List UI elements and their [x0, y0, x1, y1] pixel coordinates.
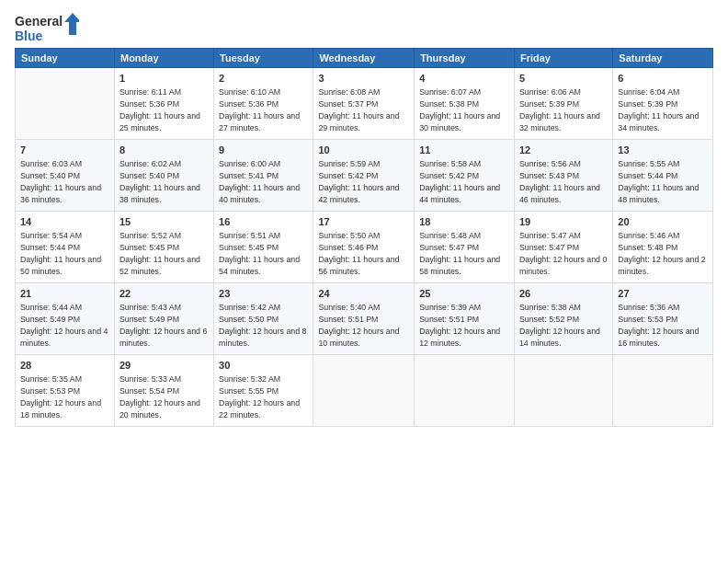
day-number: 4	[419, 72, 509, 86]
day-number: 13	[618, 144, 708, 157]
day-number: 2	[219, 72, 308, 86]
calendar-cell: 22Sunrise: 5:43 AMSunset: 5:49 PMDayligh…	[114, 283, 213, 355]
calendar-cell: 14Sunrise: 5:54 AMSunset: 5:44 PMDayligh…	[16, 212, 115, 283]
calendar-cell: 12Sunrise: 5:56 AMSunset: 5:43 PMDayligh…	[514, 140, 612, 212]
day-number: 29	[119, 359, 209, 373]
col-header-thursday: Thursday	[415, 49, 515, 68]
calendar-week-row: 21Sunrise: 5:44 AMSunset: 5:49 PMDayligh…	[16, 283, 713, 355]
calendar-cell: 19Sunrise: 5:47 AMSunset: 5:47 PMDayligh…	[514, 212, 612, 283]
day-number: 26	[519, 287, 608, 301]
day-info: Sunrise: 6:07 AMSunset: 5:38 PMDaylight:…	[419, 86, 509, 133]
calendar-cell: 23Sunrise: 5:42 AMSunset: 5:50 PMDayligh…	[214, 283, 313, 355]
day-info: Sunrise: 6:04 AMSunset: 5:39 PMDaylight:…	[618, 86, 708, 133]
calendar-cell: 8Sunrise: 6:02 AMSunset: 5:40 PMDaylight…	[114, 140, 213, 212]
calendar-cell: 9Sunrise: 6:00 AMSunset: 5:41 PMDaylight…	[214, 140, 313, 212]
day-info: Sunrise: 5:42 AMSunset: 5:50 PMDaylight:…	[219, 302, 308, 349]
col-header-saturday: Saturday	[613, 49, 713, 68]
day-number: 18	[419, 215, 509, 229]
day-info: Sunrise: 5:33 AMSunset: 5:54 PMDaylight:…	[119, 373, 209, 420]
day-number: 30	[219, 359, 308, 373]
day-number: 14	[20, 215, 109, 229]
calendar-week-row: 7Sunrise: 6:03 AMSunset: 5:40 PMDaylight…	[16, 140, 713, 212]
day-info: Sunrise: 5:59 AMSunset: 5:42 PMDaylight:…	[318, 158, 409, 205]
day-info: Sunrise: 6:08 AMSunset: 5:37 PMDaylight:…	[318, 86, 409, 133]
calendar-cell: 21Sunrise: 5:44 AMSunset: 5:49 PMDayligh…	[16, 283, 115, 355]
calendar-cell: 16Sunrise: 5:51 AMSunset: 5:45 PMDayligh…	[214, 212, 313, 283]
day-info: Sunrise: 5:48 AMSunset: 5:47 PMDaylight:…	[419, 230, 509, 277]
calendar-cell: 2Sunrise: 6:10 AMSunset: 5:36 PMDaylight…	[214, 68, 313, 140]
day-number: 17	[318, 215, 409, 229]
calendar-cell	[514, 355, 612, 427]
day-info: Sunrise: 6:03 AMSunset: 5:40 PMDaylight:…	[20, 158, 109, 205]
calendar-cell: 6Sunrise: 6:04 AMSunset: 5:39 PMDaylight…	[613, 68, 713, 140]
day-number: 12	[519, 144, 608, 157]
day-number: 10	[318, 144, 409, 157]
calendar-cell	[613, 355, 713, 427]
day-number: 22	[119, 287, 209, 301]
calendar-cell: 5Sunrise: 6:06 AMSunset: 5:39 PMDaylight…	[514, 68, 612, 140]
day-info: Sunrise: 6:06 AMSunset: 5:39 PMDaylight:…	[519, 86, 608, 133]
day-number: 25	[419, 287, 509, 301]
day-number: 7	[20, 144, 109, 157]
day-number: 15	[119, 215, 209, 229]
calendar-header-row: SundayMondayTuesdayWednesdayThursdayFrid…	[16, 49, 713, 68]
day-number: 21	[20, 287, 109, 301]
svg-marker-2	[64, 13, 79, 35]
calendar-cell: 3Sunrise: 6:08 AMSunset: 5:37 PMDaylight…	[313, 68, 415, 140]
day-number: 19	[519, 215, 608, 229]
day-number: 16	[219, 215, 308, 229]
calendar-cell	[16, 68, 115, 140]
day-number: 6	[618, 72, 708, 86]
day-info: Sunrise: 5:52 AMSunset: 5:45 PMDaylight:…	[119, 230, 209, 277]
day-number: 20	[618, 215, 708, 229]
calendar-cell: 1Sunrise: 6:11 AMSunset: 5:36 PMDaylight…	[114, 68, 213, 140]
calendar-week-row: 14Sunrise: 5:54 AMSunset: 5:44 PMDayligh…	[16, 212, 713, 283]
svg-text:General: General	[15, 14, 63, 29]
calendar-cell: 13Sunrise: 5:55 AMSunset: 5:44 PMDayligh…	[613, 140, 713, 212]
day-info: Sunrise: 5:38 AMSunset: 5:52 PMDaylight:…	[519, 302, 608, 349]
calendar-cell: 15Sunrise: 5:52 AMSunset: 5:45 PMDayligh…	[114, 212, 213, 283]
calendar-cell: 28Sunrise: 5:35 AMSunset: 5:53 PMDayligh…	[16, 355, 115, 427]
col-header-tuesday: Tuesday	[214, 49, 313, 68]
day-number: 3	[318, 72, 409, 86]
calendar-cell: 27Sunrise: 5:36 AMSunset: 5:53 PMDayligh…	[613, 283, 713, 355]
day-number: 28	[20, 359, 109, 373]
day-info: Sunrise: 5:35 AMSunset: 5:53 PMDaylight:…	[20, 373, 109, 420]
day-info: Sunrise: 5:58 AMSunset: 5:42 PMDaylight:…	[419, 158, 509, 205]
day-info: Sunrise: 5:39 AMSunset: 5:51 PMDaylight:…	[419, 302, 509, 349]
calendar-cell: 10Sunrise: 5:59 AMSunset: 5:42 PMDayligh…	[313, 140, 415, 212]
calendar-cell: 26Sunrise: 5:38 AMSunset: 5:52 PMDayligh…	[514, 283, 612, 355]
logo-svg: General Blue	[15, 11, 79, 44]
calendar-cell: 7Sunrise: 6:03 AMSunset: 5:40 PMDaylight…	[16, 140, 115, 212]
day-info: Sunrise: 5:46 AMSunset: 5:48 PMDaylight:…	[618, 230, 708, 277]
day-info: Sunrise: 5:47 AMSunset: 5:47 PMDaylight:…	[519, 230, 608, 277]
calendar-cell: 18Sunrise: 5:48 AMSunset: 5:47 PMDayligh…	[415, 212, 515, 283]
calendar-cell: 17Sunrise: 5:50 AMSunset: 5:46 PMDayligh…	[313, 212, 415, 283]
svg-text:Blue: Blue	[15, 29, 43, 43]
day-number: 9	[219, 144, 308, 157]
day-info: Sunrise: 5:32 AMSunset: 5:55 PMDaylight:…	[219, 373, 308, 420]
day-info: Sunrise: 5:50 AMSunset: 5:46 PMDaylight:…	[318, 230, 409, 277]
day-info: Sunrise: 6:10 AMSunset: 5:36 PMDaylight:…	[219, 86, 308, 133]
calendar-cell: 25Sunrise: 5:39 AMSunset: 5:51 PMDayligh…	[415, 283, 515, 355]
day-info: Sunrise: 6:00 AMSunset: 5:41 PMDaylight:…	[219, 158, 308, 205]
day-number: 8	[119, 144, 209, 157]
logo: General Blue	[15, 11, 79, 44]
day-number: 27	[618, 287, 708, 301]
col-header-wednesday: Wednesday	[313, 49, 415, 68]
header: General Blue	[15, 11, 713, 44]
calendar-cell	[313, 355, 415, 427]
page: General Blue SundayMondayTuesdayWednesda…	[0, 0, 728, 563]
day-info: Sunrise: 5:36 AMSunset: 5:53 PMDaylight:…	[618, 302, 708, 349]
day-info: Sunrise: 5:44 AMSunset: 5:49 PMDaylight:…	[20, 302, 109, 349]
day-info: Sunrise: 5:43 AMSunset: 5:49 PMDaylight:…	[119, 302, 209, 349]
calendar-cell: 4Sunrise: 6:07 AMSunset: 5:38 PMDaylight…	[415, 68, 515, 140]
day-info: Sunrise: 6:11 AMSunset: 5:36 PMDaylight:…	[119, 86, 209, 133]
col-header-monday: Monday	[114, 49, 213, 68]
calendar-cell	[415, 355, 515, 427]
day-number: 5	[519, 72, 608, 86]
calendar-week-row: 28Sunrise: 5:35 AMSunset: 5:53 PMDayligh…	[16, 355, 713, 427]
day-info: Sunrise: 5:56 AMSunset: 5:43 PMDaylight:…	[519, 158, 608, 205]
col-header-sunday: Sunday	[16, 49, 115, 68]
day-number: 24	[318, 287, 409, 301]
